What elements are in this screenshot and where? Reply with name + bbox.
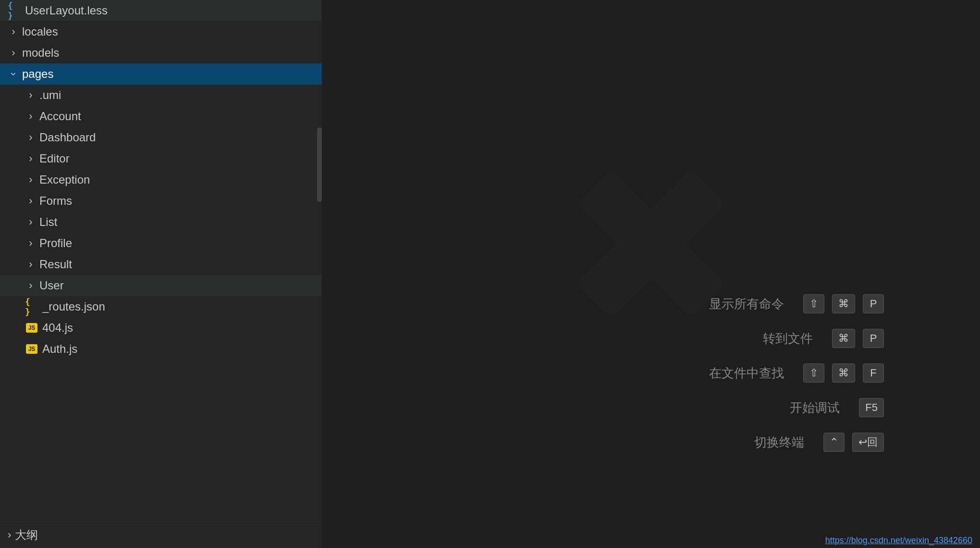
keyboard-shortcuts-panel: 显示所有命令 ⇧ ⌘ P 转到文件 ⌘ P 在文件中查找 ⇧ ⌘ F 开始调试 …: [709, 294, 884, 452]
shortcut-find-in-files: 在文件中查找 ⇧ ⌘ F: [709, 363, 884, 383]
file-tree: { } UserLayout.less locales models pages…: [0, 0, 322, 521]
key-cmd: ⌘: [832, 329, 855, 348]
tree-item-label: User: [39, 279, 322, 292]
tree-item-label: List: [39, 215, 322, 229]
chevron-down-icon: [8, 68, 19, 80]
editor-welcome-panel: 显示所有命令 ⇧ ⌘ P 转到文件 ⌘ P 在文件中查找 ⇧ ⌘ F 开始调试 …: [322, 0, 980, 548]
tree-item-404-js[interactable]: JS 404.js: [0, 317, 322, 338]
shortcut-label: 切换终端: [754, 434, 804, 451]
scrollbar[interactable]: [317, 127, 322, 202]
shortcut-start-debug: 开始调试 F5: [790, 398, 884, 417]
tree-item-auth-js[interactable]: JS Auth.js: [0, 338, 322, 360]
outline-section[interactable]: › 大纲: [0, 521, 322, 548]
tree-item-label: Result: [39, 258, 322, 271]
chevron-right-icon: [25, 259, 37, 270]
tree-item-routes-json[interactable]: { } _routes.json: [0, 296, 322, 317]
tree-item-models[interactable]: models: [0, 42, 322, 63]
chevron-right-icon: [25, 195, 37, 207]
css-brace-icon: { }: [8, 4, 21, 17]
chevron-right-icon: [25, 89, 37, 101]
tree-item-label: Forms: [39, 194, 322, 208]
chevron-right-icon: [25, 132, 37, 143]
shortcut-label: 在文件中查找: [709, 365, 784, 382]
key-cmd: ⌘: [832, 363, 855, 383]
tree-item-label: Exception: [39, 173, 322, 187]
tree-item-label: UserLayout.less: [25, 4, 322, 17]
status-url[interactable]: https://blog.csdn.net/weixin_43842660: [825, 536, 972, 546]
chevron-right-icon: [8, 47, 19, 59]
tree-item-exception[interactable]: Exception: [0, 169, 322, 190]
tree-item-list[interactable]: List: [0, 212, 322, 233]
js-file-icon: JS: [25, 342, 38, 356]
tree-item-locales[interactable]: locales: [0, 21, 322, 42]
tree-item-label: .umi: [39, 88, 322, 102]
tree-item-profile[interactable]: Profile: [0, 233, 322, 254]
js-file-icon: JS: [25, 321, 38, 335]
tree-item-label: Dashboard: [39, 131, 322, 144]
tree-item-label: Account: [39, 110, 322, 123]
chevron-right-icon: [25, 111, 37, 122]
tree-item-label: Editor: [39, 152, 322, 165]
shortcut-goto-file: 转到文件 ⌘ P: [763, 329, 884, 348]
tree-item-label: _routes.json: [42, 300, 322, 313]
tree-item-label: Auth.js: [42, 342, 322, 356]
status-bar: https://blog.csdn.net/weixin_43842660: [825, 533, 980, 548]
chevron-right-icon: [25, 174, 37, 186]
chevron-right-icon: [25, 216, 37, 228]
key-cmd: ⌘: [832, 294, 855, 313]
tree-item-label: 404.js: [42, 321, 322, 335]
key-p: P: [863, 329, 884, 348]
tree-item-umi[interactable]: .umi: [0, 85, 322, 106]
chevron-right-icon: [25, 153, 37, 164]
file-explorer-panel: { } UserLayout.less locales models pages…: [0, 0, 322, 548]
tree-item-user[interactable]: User: [0, 275, 322, 296]
shortcut-toggle-terminal: 切换终端 ⌃ ↩回: [754, 433, 884, 452]
key-f5: F5: [859, 398, 884, 417]
key-shift: ⇧: [803, 294, 824, 313]
key-ctrl: ⌃: [823, 433, 845, 452]
key-f: F: [863, 363, 884, 383]
key-p: P: [863, 294, 884, 313]
tree-item-label: pages: [22, 67, 322, 81]
tree-item-dashboard[interactable]: Dashboard: [0, 127, 322, 148]
shortcut-label: 转到文件: [763, 330, 813, 347]
shortcut-label: 开始调试: [790, 399, 840, 416]
tree-item-label: models: [22, 46, 322, 60]
tree-item-pages[interactable]: pages: [0, 63, 322, 85]
shortcut-label: 显示所有命令: [709, 296, 784, 312]
tree-item-label: Profile: [39, 237, 322, 250]
tree-item-editor[interactable]: Editor: [0, 148, 322, 169]
key-shift: ⇧: [803, 363, 824, 383]
chevron-right-icon: [25, 280, 37, 291]
tree-item-label: locales: [22, 25, 322, 38]
chevron-right-icon: [8, 26, 19, 37]
tree-item-result[interactable]: Result: [0, 254, 322, 275]
chevron-right-icon: [25, 237, 37, 249]
tree-item-userlayout-less[interactable]: { } UserLayout.less: [0, 0, 322, 21]
outline-label: 大纲: [15, 527, 38, 543]
shortcut-show-commands: 显示所有命令 ⇧ ⌘ P: [709, 294, 884, 313]
chevron-right-icon: ›: [8, 529, 11, 541]
tree-item-account[interactable]: Account: [0, 106, 322, 127]
json-brace-icon: { }: [25, 300, 38, 313]
tree-item-forms[interactable]: Forms: [0, 190, 322, 212]
key-backtick: ↩回: [852, 433, 884, 452]
